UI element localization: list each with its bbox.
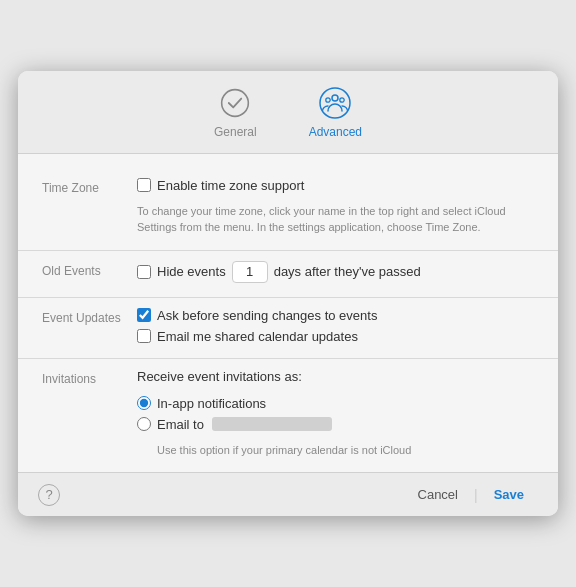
timezone-body: Enable time zone support To change your … bbox=[137, 178, 534, 236]
tab-general[interactable]: General bbox=[204, 81, 267, 143]
hide-events-checkbox[interactable] bbox=[137, 265, 151, 279]
oldevents-label: Old Events bbox=[42, 261, 137, 283]
svg-point-2 bbox=[332, 95, 338, 101]
cancel-button[interactable]: Cancel bbox=[404, 483, 472, 506]
tab-advanced[interactable]: Advanced bbox=[299, 81, 372, 143]
hide-events-label: Hide events bbox=[157, 264, 226, 279]
ask-changes-checkbox[interactable] bbox=[137, 308, 151, 322]
oldevents-row: Hide events days after they've passed bbox=[137, 261, 534, 283]
days-input[interactable] bbox=[232, 261, 268, 283]
email-updates-checkbox[interactable] bbox=[137, 329, 151, 343]
dialog: General Advanced bbox=[18, 71, 558, 517]
toolbar: General Advanced bbox=[18, 71, 558, 154]
oldevents-body: Hide events days after they've passed bbox=[137, 261, 534, 283]
invitations-body: Receive event invitations as: In-app not… bbox=[137, 369, 534, 459]
ask-changes-label: Ask before sending changes to events bbox=[157, 308, 377, 323]
invitations-label: Invitations bbox=[42, 369, 137, 459]
general-icon bbox=[217, 85, 253, 121]
days-suffix: days after they've passed bbox=[274, 264, 421, 279]
eventupdates-body: Ask before sending changes to events Ema… bbox=[137, 308, 534, 344]
svg-point-1 bbox=[320, 88, 350, 118]
invitations-hint: Use this option if your primary calendar… bbox=[157, 442, 534, 459]
timezone-label: Time Zone bbox=[42, 178, 137, 236]
oldevents-section: Old Events Hide events days after they'v… bbox=[18, 251, 558, 298]
inapp-radio-row: In-app notifications bbox=[137, 396, 534, 411]
invitations-title: Receive event invitations as: bbox=[137, 369, 534, 384]
advanced-tab-label: Advanced bbox=[309, 125, 362, 139]
timezone-checkbox[interactable] bbox=[137, 178, 151, 192]
timezone-section: Time Zone Enable time zone support To ch… bbox=[18, 168, 558, 251]
svg-point-4 bbox=[340, 98, 344, 102]
eventupdates-section: Event Updates Ask before sending changes… bbox=[18, 298, 558, 359]
email-to-label: Email to bbox=[157, 417, 204, 432]
svg-point-3 bbox=[326, 98, 330, 102]
ask-changes-row: Ask before sending changes to events bbox=[137, 308, 534, 323]
email-radio-row: Email to bbox=[137, 417, 534, 432]
help-button[interactable]: ? bbox=[38, 484, 60, 506]
timezone-enable-row: Enable time zone support bbox=[137, 178, 534, 193]
footer-right: Cancel | Save bbox=[404, 483, 538, 506]
eventupdates-label: Event Updates bbox=[42, 308, 137, 344]
general-tab-label: General bbox=[214, 125, 257, 139]
save-button[interactable]: Save bbox=[480, 483, 538, 506]
footer-left: ? bbox=[38, 484, 60, 506]
email-radio[interactable] bbox=[137, 417, 151, 431]
settings-content: Time Zone Enable time zone support To ch… bbox=[18, 154, 558, 473]
footer-divider: | bbox=[474, 487, 478, 503]
email-updates-row: Email me shared calendar updates bbox=[137, 329, 534, 344]
inapp-radio[interactable] bbox=[137, 396, 151, 410]
invitations-section: Invitations Receive event invitations as… bbox=[18, 359, 558, 473]
advanced-icon bbox=[317, 85, 353, 121]
svg-point-0 bbox=[222, 89, 249, 116]
footer: ? Cancel | Save bbox=[18, 472, 558, 516]
email-address-blurred bbox=[212, 417, 332, 431]
timezone-enable-label: Enable time zone support bbox=[157, 178, 304, 193]
inapp-radio-label: In-app notifications bbox=[157, 396, 266, 411]
timezone-hint: To change your time zone, click your nam… bbox=[137, 203, 534, 236]
email-updates-label: Email me shared calendar updates bbox=[157, 329, 358, 344]
